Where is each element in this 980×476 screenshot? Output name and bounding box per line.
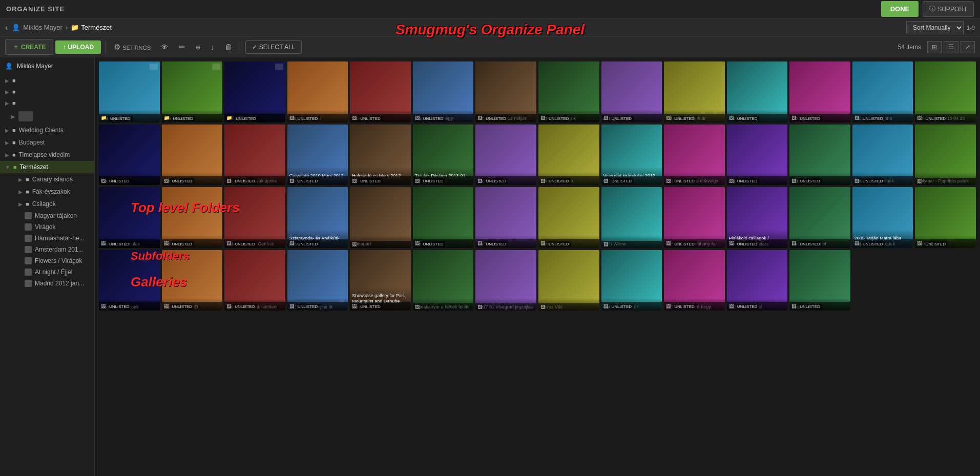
grid-item[interactable]: Erdők 🖼 UNLISTED [789,250,850,311]
grid-item[interactable]: Vegyes régi képek 🖼 UNLISTED [99,250,160,311]
grid-item[interactable]: Holdnyugta 2013 04 26 🖼 UNLISTED [915,61,976,122]
grid-item[interactable]: Galyatető 2010 Mars 2012-10-18 🖼 UNLISTE… [287,125,348,185]
sidebar-item-budapest[interactable]: ▶ ■ Budapest [0,136,94,149]
grid-item[interactable]: 2015 10 28 Angliai út 🖼 UNLISTED [287,250,348,311]
divider2 [241,41,241,53]
grid-item[interactable]: Hármashatár-hegy 🖼 UNLISTED [413,61,474,122]
grid-item[interactable]: Best of / Legjobbak 🖼 UNLISTED [852,125,913,185]
back-button[interactable]: ‹ [5,23,8,32]
grid-item[interactable]: Havas Vác 🖼 [538,250,599,311]
grid-item[interactable]: Pislákoló csillagok / Scintillation of s… [727,187,788,248]
select-all-button[interactable]: ✓ SELECT ALL [245,40,302,54]
image-icon: 🖼 [226,241,231,246]
grid-item[interactable]: Sánta Gábornak letölteni 🖼 UNLISTED [224,250,285,311]
grid-item[interactable]: Svájc, Montreux 🖼 UNLISTED [538,125,599,185]
grid-item[interactable]: 2009 vihar 🖼 UNLISTED [915,187,976,248]
sidebar-item-termeszet[interactable]: ▼ ■ Természet [0,161,94,173]
user-avatar-icon: 👤 [5,63,13,70]
breadcrumb-user[interactable]: Miklós Mayer [23,24,62,31]
grid-item[interactable]: Kerge belga lovak április 🖼 UNLISTED [224,125,285,185]
settings-button[interactable]: ⚙ SETTINGS [110,40,155,54]
sidebar-item-magyar-tajakon[interactable]: Magyar tájakon [10,210,94,221]
sidebar-item-madrid[interactable]: Madrid 2012 jan... [10,278,94,289]
grid-item[interactable]: Lake Geneva / Genfi-tó 🖼 UNLISTED [224,187,285,248]
grid-item[interactable]: Canary islands 📁 UNLISTED [99,61,160,122]
grid-item[interactable]: La Palma 🖼 UNLISTED [475,187,536,248]
grid-item[interactable]: Madrid 2012 január 🖼 UNLISTED [664,61,725,122]
grid-item[interactable]: Hátterek Full-HD 🖼 UNLISTED [162,250,223,311]
sidebar-item-folder-3[interactable]: ▶ ■ [0,97,94,109]
grid-item[interactable]: Kacsák-gyűjtő 🖼 UNLISTED [162,125,223,185]
grid-item[interactable]: Fák-évszakok 📁 UNLISTED [162,61,223,122]
grid-item[interactable]: Holdsarló és Mars 2012-10-18 🖼 UNLISTED [350,125,411,185]
grid-item[interactable]: Holdvilág árok 🖼 UNLISTED [162,187,223,248]
unlisted-badge: UNLISTED [171,116,196,121]
upload-button[interactable]: ↑ UPLOAD [55,40,101,54]
sidebar-item-flowers-viragok[interactable]: Flowers / Virágok [10,255,94,266]
sidebar-item-folder-2[interactable]: ▶ ■ [0,86,94,97]
upload-icon: ↑ [62,44,66,51]
sidebar-item-amsterdam[interactable]: Amsterdam 201... [10,244,94,255]
grid-item[interactable]: Szurdok... 🖼 UNLISTED [413,187,474,248]
grid-item[interactable]: Magyar tájakon 🖼 UNLISTED [287,61,348,122]
grid-item[interactable]: La Palma best of 🖼 UNLISTED [789,187,850,248]
gallery-icon [25,212,32,219]
support-button[interactable]: ⓘ SUPPORT [923,1,974,17]
sidebar-item-at-night[interactable]: At night / Éjjel [10,266,94,278]
grid-view-button[interactable]: ⊞ [927,41,942,53]
edit-button[interactable]: ✏ [175,40,190,54]
eye-button[interactable]: 👁 [157,40,173,54]
grid-item[interactable]: Flowers / Virágok 🖼 UNLISTED [538,61,599,122]
share-button[interactable]: ⎈ [192,40,204,54]
sidebar-item-harmashatarhegy[interactable]: Hármashatár-he... [10,233,94,244]
grid-item[interactable]: Dunapart 🖼 [350,187,411,248]
grid-item[interactable]: Virágok 🖼 UNLISTED [350,61,411,122]
sidebar-item-folder-thumb[interactable]: ▶ [0,109,94,124]
image-icon: 🖼 [791,115,796,120]
grid-item[interactable]: Dunakanyar a felhők felett 🖼 [413,250,474,311]
grid-item[interactable]: Dobogókő 🖼 UNLISTED [789,61,850,122]
sort-select[interactable]: Sort Manually [906,21,964,34]
grid-item-inner: 2017 07 27 Látó-hegy 🖼 UNLISTED [664,250,725,311]
grid-item[interactable]: Tulipán és Orgona 🖼 UNLISTED [852,61,913,122]
grid-item[interactable]: Solymár - Paprikás patak 🖼 [915,125,976,185]
delete-button[interactable]: 🗑 [221,40,237,54]
grid-item[interactable]: Sztaravoda- és Apátkúti-patak 🖼 UNLISTED [287,187,348,248]
grid-item[interactable]: 2016 Pilisszántó 🖼 UNLISTED [727,250,788,311]
grid-item[interactable]: Mátra 🖼 UNLISTED [789,125,850,185]
grid-item[interactable]: Panoráma 🖼 UNLISTED [727,61,788,122]
grid-item[interactable]: 2014 02 26 Romhány fa 🖼 UNLISTED [664,187,725,248]
done-button[interactable]: DONE [881,1,919,17]
sidebar-item-canary-islands[interactable]: ▶ ■ Canary islands [10,173,94,185]
download-button[interactable]: ↓ [206,40,219,54]
grid-item[interactable]: 2017 07 27 Látó-hegy 🖼 UNLISTED [664,250,725,311]
create-button[interactable]: ＋ CREATE [5,39,53,55]
grid-item[interactable]: 2017 01 Visegrád jégzajlás 🖼 [475,250,536,311]
grid-item[interactable]: Csetényi dombok 🖼 UNLISTED [601,250,662,311]
grid-item[interactable]: Tél / Winter 🖼 [601,187,662,248]
grid-item[interactable]: Téli fák Pilisben 2013-01-26 🖼 UNLISTED [413,125,474,185]
sidebar-item-folder-1[interactable]: ▶ ■ [0,75,94,86]
sidebar-item-timelapse[interactable]: ▶ ■ Timelapse videóim [0,149,94,161]
grid-item[interactable]: Jég 🖼 UNLISTED [727,125,788,185]
grid-item[interactable]: Showcase gallery for Pilis Mountains and… [350,250,411,311]
sidebar-item-fak-evszakok[interactable]: ▶ ■ Fák-évszakok [10,185,94,198]
grid-item[interactable]: Kacsák 🖼 UNLISTED [99,125,160,185]
grid-item[interactable]: 2011 12 18 Szurdokvolgy 🖼 UNLISTED [664,125,725,185]
grid-item[interactable]: Tenerife 🖼 UNLISTED [538,187,599,248]
grid-item[interactable]: Visegrád kirándulás 2012 03 15 🖼 UNLISTE… [601,125,662,185]
grid-item[interactable]: Barbival kirándulás 🖼 UNLISTED [99,187,160,248]
sidebar-item-viragok[interactable]: Virágok [10,221,94,233]
grid-item[interactable]: Amsterdam 2012 május 🖼 UNLISTED [475,61,536,122]
grid-item[interactable]: 2005 Tarján Mátra lába csipkebokros képe… [852,187,913,248]
sidebar-item-csilagok[interactable]: ▶ ■ Csilagok [10,198,94,210]
sidebar-user[interactable]: 👤 Miklós Mayer [0,57,94,75]
expand-button[interactable]: ⤢ [961,41,975,53]
sidebar-item-wedding-clients[interactable]: ▶ ■ Wedding Clients [0,124,94,136]
list-view-button[interactable]: ☰ [944,41,958,53]
grid-item[interactable]: At night / Éjjel 🖼 UNLISTED [601,61,662,122]
grid-item-footer: 🖼 UNLISTED [789,239,850,248]
grid-item[interactable]: Csilagok 📁 UNLISTED [224,61,285,122]
grid-item-footer: 🖼 UNLISTED [413,114,474,122]
grid-item[interactable]: Vác 🖼 UNLISTED [475,125,536,185]
